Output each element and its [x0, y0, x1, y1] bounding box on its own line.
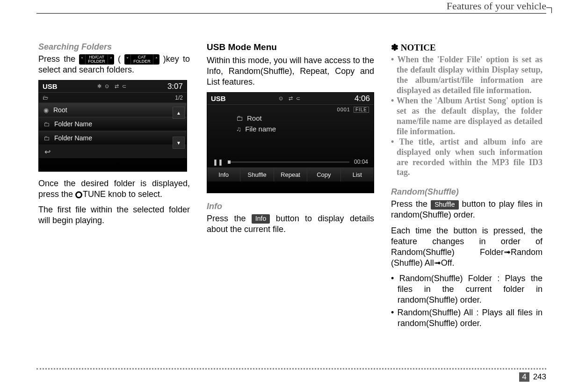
row-root-label: Root — [53, 106, 67, 114]
page-header-title: Features of your vehicle — [447, 0, 546, 12]
random-bullet-2: • Random(Shuffle) All : Plays all files … — [391, 307, 543, 329]
soft-repeat[interactable]: Repeat — [274, 168, 307, 181]
chevron-up-icon: ˄ — [153, 54, 159, 65]
folder-icon: 🗀 — [236, 114, 243, 122]
soft-shuffle[interactable]: Shuffle — [240, 168, 274, 181]
mode-label: USB — [43, 82, 58, 90]
press-prefix: Press the — [38, 54, 79, 64]
row-folder-2-label: Folder Name — [54, 134, 92, 142]
scroll-up-button[interactable]: ▲ — [173, 107, 185, 119]
row-folder-1[interactable]: 🗀 Folder Name — [39, 117, 187, 131]
col1-para3: The first file within the selected folde… — [38, 204, 190, 226]
random-bullet-1: • Random(Shuffle) Folder : Plays the fil… — [391, 273, 543, 305]
file-number: 0001 — [337, 107, 350, 112]
header-rule — [36, 13, 546, 14]
tune-knob-icon — [75, 191, 82, 198]
info-heading: Info — [207, 202, 374, 211]
row-root[interactable]: ◉ Root — [39, 103, 187, 117]
row-folder-2[interactable]: 🗀 Folder Name — [39, 131, 187, 145]
cat-folder-label: CAT FOLDER — [131, 54, 153, 65]
play-circle-icon: ◉ — [43, 107, 49, 114]
col1-press-line: Press the ˅ HD/CAT FOLDER ˄ ( ˅ CAT FOLD… — [38, 54, 190, 75]
filename-line: ♫ File name — [236, 125, 368, 133]
back-button[interactable]: ↩ — [39, 145, 187, 158]
random-heading: Random(Shuffle) — [391, 187, 543, 197]
folder-icon: 🗀 — [43, 121, 50, 128]
root-line: 🗀 Root — [236, 114, 368, 122]
mode-label: USB — [211, 94, 226, 102]
info-para: Press the Info button to display details… — [207, 213, 374, 235]
chapter-number: 4 — [519, 372, 529, 382]
hd-cat-folder-key: ˅ HD/CAT FOLDER ˄ — [79, 54, 114, 65]
pause-icon[interactable]: ❚❚ — [213, 159, 223, 166]
info-softkey: Info — [252, 214, 270, 224]
random-para2: Each time the button is pressed, the fea… — [391, 225, 543, 269]
elapsed-time: 00:04 — [354, 159, 368, 165]
searching-folders-heading: Searching Folders — [38, 42, 190, 52]
usb-play-screen: USB ⊙ ⇄ ⊂ 4:06 FILE 0001 🗀 Root ♫ File n… — [207, 92, 374, 193]
notice-star-icon: ✽ — [391, 43, 398, 52]
clock: 3:07 — [167, 82, 183, 91]
usb-folder-screen: USB ✻ ⊙ ⇄ ⊂ 3:07 🗁 1/2 ◉ Root ▲ 🗀 Folder… — [38, 80, 187, 172]
usb-mode-menu-heading: USB Mode Menu — [207, 42, 374, 52]
chevron-up-icon: ˄ — [108, 54, 114, 65]
scroll-down-button[interactable]: ▼ — [173, 137, 185, 149]
row-folder-1-label: Folder Name — [54, 120, 92, 128]
folder-open-icon: 🗁 — [43, 94, 48, 101]
shuffle-softkey: Shuffle — [431, 200, 458, 210]
soft-list[interactable]: List — [341, 168, 374, 181]
status-icons: ⊙ ⇄ ⊂ — [279, 95, 301, 102]
soft-copy[interactable]: Copy — [307, 168, 340, 181]
footer-rule — [36, 368, 546, 370]
random-para1: Press the Shuffle button to play files i… — [391, 199, 543, 220]
hd-cat-folder-label: HD/CAT FOLDER — [86, 54, 108, 65]
progress-bar[interactable] — [228, 161, 349, 163]
cat-folder-key: ˅ CAT FOLDER ˄ — [124, 54, 159, 65]
notice-bullet-1: • When the 'Folder File' option is set a… — [391, 55, 543, 96]
status-icons: ✻ ⊙ ⇄ ⊂ — [97, 83, 127, 89]
file-tag: FILE — [354, 107, 369, 113]
notice-bullet-2: • When the 'Album Artist Song' option is… — [391, 96, 543, 137]
notice-bullet-3: • The title, artist and album info are d… — [391, 137, 543, 178]
soft-info[interactable]: Info — [207, 168, 240, 181]
page-number: 243 — [533, 372, 546, 382]
paren-open: ( — [118, 54, 121, 64]
col2-intro: Within this mode, you will have access t… — [207, 55, 374, 87]
music-note-icon: ♫ — [236, 125, 241, 133]
notice-heading: ✽ NOTICE — [391, 42, 543, 53]
chevron-down-icon: ˅ — [124, 54, 131, 65]
col1-para2: Once the desired folder is displayed, pr… — [38, 178, 190, 200]
folder-icon: 🗀 — [43, 135, 50, 142]
clock: 4:06 — [355, 94, 370, 103]
header-corner — [546, 7, 552, 13]
chevron-down-icon: ˅ — [79, 54, 86, 65]
page-counter: 1/2 — [175, 94, 183, 101]
